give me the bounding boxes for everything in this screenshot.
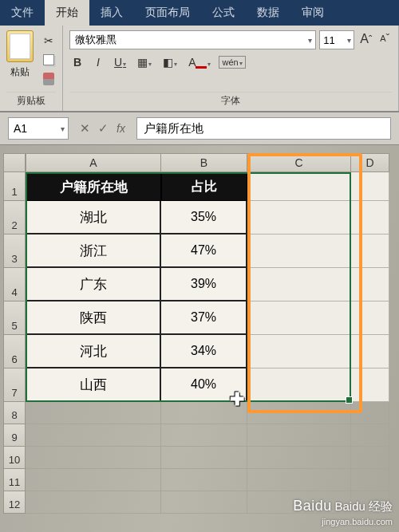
cell[interactable]: 湖北 — [26, 201, 161, 234]
cell[interactable] — [26, 402, 161, 424]
cell[interactable] — [247, 234, 351, 268]
bold-button[interactable]: B — [69, 54, 85, 70]
row-header[interactable]: 5 — [3, 301, 26, 335]
tab-pagelayout[interactable]: 页面布局 — [134, 0, 201, 26]
tab-formulas[interactable]: 公式 — [201, 0, 246, 26]
cell[interactable]: 37% — [161, 301, 247, 335]
cell[interactable] — [351, 268, 389, 301]
row-header[interactable]: 9 — [3, 424, 26, 447]
tab-home[interactable]: 开始 — [45, 0, 89, 26]
tab-file[interactable]: 文件 — [0, 0, 45, 26]
row-header[interactable]: 6 — [3, 335, 26, 368]
fx-icon[interactable]: fx — [117, 122, 125, 135]
cell[interactable] — [351, 301, 389, 335]
cell[interactable]: 广东 — [26, 268, 161, 301]
cell[interactable] — [351, 402, 389, 424]
formula-input[interactable]: 户籍所在地 — [136, 117, 391, 140]
cell[interactable] — [351, 469, 389, 491]
cell[interactable] — [161, 424, 247, 447]
cell[interactable] — [247, 469, 351, 491]
table-row: 11 — [3, 469, 396, 491]
ribbon: 粘贴 ✂ 剪贴板 微软雅黑 11 Aˆ Aˇ B I U ▦ ◧ — [0, 26, 399, 112]
table-row: 5 陕西 37% — [3, 301, 396, 335]
cell[interactable]: 占比 — [161, 172, 247, 201]
font-name-select[interactable]: 微软雅黑 — [69, 30, 316, 49]
cell[interactable] — [247, 172, 351, 201]
cell[interactable] — [26, 424, 161, 447]
cell[interactable]: 户籍所在地 — [26, 172, 161, 201]
group-clipboard: 粘贴 ✂ 剪贴板 — [0, 26, 63, 111]
select-all-corner[interactable] — [3, 153, 26, 172]
tab-review[interactable]: 审阅 — [290, 0, 335, 26]
cell[interactable] — [351, 335, 389, 368]
cell[interactable] — [247, 201, 351, 234]
cell[interactable] — [247, 402, 351, 424]
table-row: 2 湖北 35% — [3, 201, 396, 234]
row-header[interactable]: 2 — [3, 201, 26, 234]
cell[interactable] — [161, 447, 247, 469]
tab-data[interactable]: 数据 — [246, 0, 290, 26]
cell[interactable] — [247, 335, 351, 368]
tab-insert[interactable]: 插入 — [89, 0, 134, 26]
row-header[interactable]: 4 — [3, 268, 26, 301]
cell[interactable] — [161, 491, 247, 514]
cell[interactable] — [247, 424, 351, 447]
paste-label[interactable]: 粘贴 — [10, 65, 30, 79]
font-color-button[interactable]: A — [185, 54, 214, 70]
row-header[interactable]: 11 — [3, 469, 26, 491]
worksheet[interactable]: A B C D 1 户籍所在地 占比 2 湖北 35% 3 — [0, 145, 399, 532]
row-header[interactable]: 7 — [3, 368, 26, 402]
cell[interactable]: 34% — [161, 335, 247, 368]
cell[interactable]: 陕西 — [26, 301, 161, 335]
cell[interactable] — [351, 201, 389, 234]
font-size-select[interactable]: 11 — [319, 30, 354, 49]
cell[interactable]: 35% — [161, 201, 247, 234]
table-row: 7 山西 40% — [3, 368, 396, 402]
cell[interactable]: 河北 — [26, 335, 161, 368]
cancel-formula-icon[interactable]: ✕ — [80, 121, 90, 136]
cell[interactable] — [26, 447, 161, 469]
col-header-c[interactable]: C — [247, 153, 351, 172]
italic-button[interactable]: I — [90, 54, 106, 70]
cell[interactable] — [351, 424, 389, 447]
phonetic-button[interactable]: wén — [219, 56, 245, 69]
row-header[interactable]: 8 — [3, 402, 26, 424]
cell[interactable] — [26, 469, 161, 491]
border-button[interactable]: ▦ — [134, 54, 155, 70]
cell[interactable]: 40% — [161, 368, 247, 402]
cell[interactable] — [351, 368, 389, 402]
fill-color-button[interactable]: ◧ — [160, 54, 180, 70]
cell[interactable] — [26, 491, 161, 514]
paste-icon[interactable] — [6, 30, 34, 62]
grow-font-button[interactable]: Aˆ — [358, 30, 374, 49]
cell[interactable] — [247, 301, 351, 335]
cell[interactable]: 47% — [161, 234, 247, 268]
cell[interactable] — [247, 447, 351, 469]
name-box[interactable]: A1 — [8, 117, 69, 140]
copy-icon[interactable] — [41, 53, 56, 67]
cell[interactable] — [247, 268, 351, 301]
row-header[interactable]: 3 — [3, 234, 26, 268]
cell[interactable] — [351, 172, 389, 201]
enter-formula-icon[interactable]: ✓ — [98, 121, 109, 136]
row-header[interactable]: 12 — [3, 491, 26, 514]
cell[interactable] — [351, 447, 389, 469]
cell[interactable]: 浙江 — [26, 234, 161, 268]
col-header-a[interactable]: A — [26, 153, 161, 172]
cell[interactable] — [351, 234, 389, 268]
underline-button[interactable]: U — [111, 54, 129, 70]
row-header[interactable]: 10 — [3, 447, 26, 469]
col-header-d[interactable]: D — [351, 153, 389, 172]
format-painter-icon[interactable] — [41, 72, 56, 86]
cell[interactable] — [247, 368, 351, 402]
cell[interactable] — [161, 469, 247, 491]
table-row: 8 — [3, 402, 396, 424]
cell[interactable] — [161, 402, 247, 424]
col-header-b[interactable]: B — [161, 153, 247, 172]
table-row: 4 广东 39% — [3, 268, 396, 301]
row-header[interactable]: 1 — [3, 172, 26, 201]
shrink-font-button[interactable]: Aˇ — [377, 30, 392, 49]
cut-icon[interactable]: ✂ — [41, 33, 56, 48]
cell[interactable]: 山西 — [26, 368, 161, 402]
cell[interactable]: 39% — [161, 268, 247, 301]
